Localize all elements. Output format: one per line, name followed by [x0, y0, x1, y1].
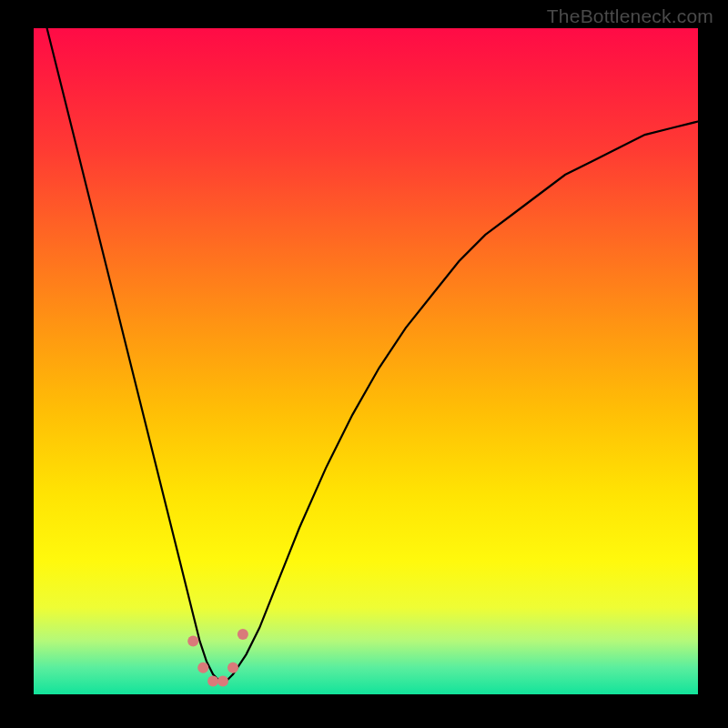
- bottleneck-curve: [34, 28, 698, 694]
- highlight-dot: [228, 662, 238, 673]
- highlight-dot: [207, 675, 218, 686]
- plot-area: [34, 28, 698, 694]
- highlight-dots: [187, 629, 248, 686]
- highlight-dot: [238, 629, 248, 640]
- curve-path: [47, 28, 698, 681]
- highlight-dot: [197, 662, 208, 673]
- highlight-dot: [217, 675, 228, 686]
- chart-frame: TheBottleneck.com: [0, 0, 728, 728]
- highlight-dot: [187, 635, 198, 646]
- watermark-text: TheBottleneck.com: [547, 5, 713, 27]
